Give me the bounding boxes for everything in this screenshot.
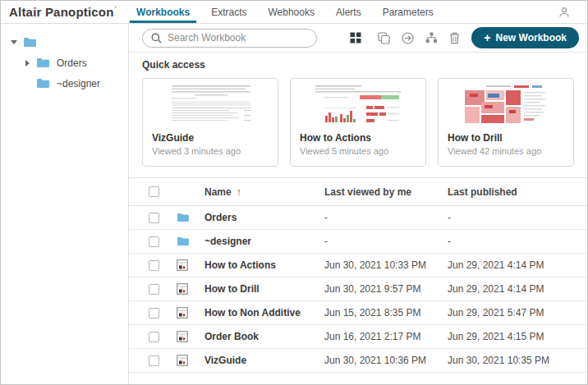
row-name[interactable]: How to Actions	[204, 259, 324, 271]
content-area: Orders ~designer	[1, 24, 587, 384]
how-to-drill-thumbnail	[439, 79, 573, 130]
app-window: Altair Panopticon’ Workbooks Extracts We…	[0, 0, 588, 385]
table-row-order-book[interactable]: Order Book Jun 16, 2021 2:17 PM Jun 29, …	[129, 325, 587, 349]
main-nav: Workbooks Extracts Webhooks Alerts Param…	[130, 1, 448, 23]
workbooks-table: Name ↑ Last viewed by me Last published …	[129, 177, 587, 373]
table-row-orders[interactable]: Orders - -	[129, 206, 587, 230]
user-icon	[558, 6, 571, 19]
new-workbook-button[interactable]: + New Workbook	[471, 27, 579, 48]
column-header-last-published[interactable]: Last published	[448, 186, 587, 198]
row-checkbox[interactable]	[149, 308, 159, 319]
move-button[interactable]	[402, 32, 414, 44]
card-viewed-text: Viewed 5 minutes ago	[291, 144, 425, 156]
table-row-designer[interactable]: ~designer - -	[129, 230, 587, 254]
row-last-published: -	[448, 236, 587, 247]
card-viewed-text: Viewed 42 minutes ago	[439, 144, 573, 156]
row-last-published: Jun 29, 2021 4:14 PM	[448, 259, 587, 271]
folder-icon	[23, 37, 37, 48]
main-panel: + New Workbook Quick access	[129, 24, 587, 384]
tab-webhooks[interactable]: Webhooks	[261, 1, 320, 23]
row-checkbox[interactable]	[149, 236, 159, 247]
folder-label: Orders	[57, 57, 87, 69]
row-name[interactable]: VizGuide	[204, 355, 324, 366]
row-last-published: -	[448, 212, 587, 223]
workbook-icon	[177, 331, 188, 342]
card-viewed-text: Viewed 3 minutes ago	[143, 144, 278, 156]
row-name[interactable]: ~designer	[204, 236, 324, 247]
folder-label: ~designer	[57, 78, 100, 89]
folder-icon	[36, 57, 50, 68]
row-checkbox[interactable]	[149, 260, 159, 271]
row-last-viewed: Jun 30, 2021 10:33 PM	[324, 259, 448, 271]
caret-down-icon[interactable]	[11, 40, 17, 44]
column-header-last-viewed[interactable]: Last viewed by me	[324, 186, 448, 198]
sidebar-root-folder[interactable]	[1, 32, 128, 53]
row-name[interactable]: How to Drill	[204, 283, 324, 295]
grid-view-toggle-button[interactable]	[350, 32, 361, 44]
workbook-icon	[177, 307, 188, 319]
how-to-actions-thumbnail	[291, 79, 425, 130]
plus-icon: +	[484, 31, 490, 44]
toolbar-actions	[350, 32, 460, 44]
quick-access-card-vizguide[interactable]: VizGuide Viewed 3 minutes ago	[142, 78, 278, 167]
table-header-row: Name ↑ Last viewed by me Last published	[129, 178, 587, 206]
row-name[interactable]: Order Book	[204, 331, 324, 342]
row-last-published: Jun 29, 2021 4:15 PM	[448, 331, 587, 342]
row-checkbox[interactable]	[149, 213, 159, 223]
table-row-vizguide[interactable]: VizGuide Jun 30, 2021 10:36 PM Jun 30, 2…	[129, 349, 587, 373]
workbook-icon	[177, 355, 188, 366]
quick-access-section: Quick access	[129, 53, 587, 177]
table-row-how-to-drill[interactable]: How to Drill Jun 30, 2021 9:57 PM Jun 29…	[129, 277, 587, 301]
search-icon	[151, 33, 162, 44]
row-name[interactable]: Orders	[204, 212, 324, 223]
sidebar-folder-orders[interactable]: Orders	[1, 53, 128, 73]
workbook-icon	[177, 259, 188, 271]
workbook-icon	[177, 283, 188, 295]
folder-icon	[36, 78, 50, 89]
quick-access-card-how-to-actions[interactable]: How to Actions Viewed 5 minutes ago	[290, 78, 426, 167]
copy-icon	[378, 32, 390, 44]
row-checkbox[interactable]	[149, 355, 159, 366]
tab-parameters[interactable]: Parameters	[376, 1, 440, 23]
quick-access-cards: VizGuide Viewed 3 minutes ago	[142, 78, 579, 167]
folder-tree-sidebar: Orders ~designer	[1, 24, 129, 384]
caret-right-icon[interactable]	[24, 60, 30, 66]
row-last-viewed: Jun 16, 2021 2:17 PM	[324, 331, 448, 342]
new-workbook-label: New Workbook	[496, 32, 567, 44]
card-title: VizGuide	[143, 130, 278, 144]
column-header-name[interactable]: Name ↑	[204, 186, 324, 198]
sort-ascending-icon: ↑	[237, 186, 241, 198]
top-nav-bar: Altair Panopticon’ Workbooks Extracts We…	[1, 1, 587, 24]
row-last-published: Jun 29, 2021 5:47 PM	[448, 307, 587, 319]
trash-icon	[449, 32, 460, 44]
table-row-how-to-non-additive[interactable]: How to Non Additive Jun 15, 2021 8:35 PM…	[129, 301, 587, 325]
search-workbook-input[interactable]	[168, 32, 308, 44]
card-title: How to Drill	[439, 130, 573, 144]
quick-access-card-how-to-drill[interactable]: How to Drill Viewed 42 minutes ago	[438, 78, 574, 167]
tab-extracts[interactable]: Extracts	[204, 1, 253, 23]
sitemap-icon	[425, 32, 438, 44]
select-all-checkbox[interactable]	[149, 186, 159, 197]
folder-icon	[177, 213, 190, 222]
hierarchy-button[interactable]	[425, 32, 438, 44]
quick-access-title: Quick access	[142, 59, 579, 71]
row-checkbox[interactable]	[149, 332, 159, 342]
logo-trademark: ’	[115, 5, 117, 12]
row-name[interactable]: How to Non Additive	[204, 307, 324, 319]
copy-button[interactable]	[378, 32, 390, 44]
row-last-published: Jun 30, 2021 10:35 PM	[448, 355, 587, 366]
tab-workbooks[interactable]: Workbooks	[130, 1, 196, 23]
logo-text: Altair Panopticon	[9, 5, 114, 19]
row-last-viewed: Jun 15, 2021 8:35 PM	[324, 307, 448, 319]
row-checkbox[interactable]	[149, 284, 159, 295]
row-last-viewed: -	[324, 212, 448, 223]
row-last-viewed: Jun 30, 2021 10:36 PM	[324, 355, 448, 366]
workbooks-toolbar: + New Workbook	[129, 24, 587, 53]
sidebar-folder-designer[interactable]: ~designer	[1, 73, 128, 94]
search-workbook-box[interactable]	[142, 29, 317, 48]
user-account-button[interactable]	[558, 1, 571, 23]
tab-alerts[interactable]: Alerts	[329, 1, 368, 23]
delete-button[interactable]	[449, 32, 460, 44]
table-row-how-to-actions[interactable]: How to Actions Jun 30, 2021 10:33 PM Jun…	[129, 254, 587, 277]
row-last-published: Jun 29, 2021 4:14 PM	[448, 283, 587, 295]
